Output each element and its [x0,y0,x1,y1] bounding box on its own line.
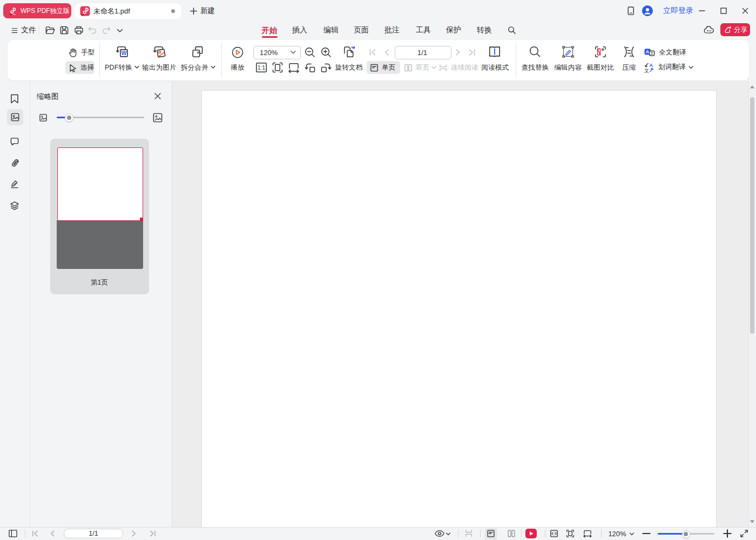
svg-text:1:1: 1:1 [258,65,265,71]
svg-text:文: 文 [650,51,654,56]
svg-text:W: W [121,50,126,56]
svg-text:A: A [646,49,650,55]
svg-text:A: A [650,63,653,68]
svg-text:文: 文 [644,68,649,73]
